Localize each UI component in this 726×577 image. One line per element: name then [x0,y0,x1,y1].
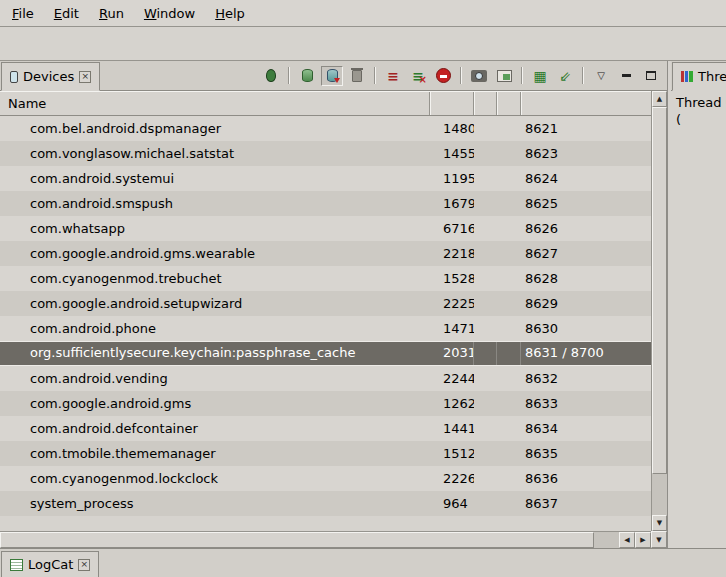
table-row[interactable]: com.google.android.gms.wearable 22185 86… [0,241,651,266]
arrow-up-icon: ▲ [657,95,662,103]
tab-devices[interactable]: Devices × [1,62,100,91]
menu-file[interactable]: File [2,2,44,25]
horizontal-scroll-thumb[interactable] [0,532,594,548]
table-row[interactable]: com.android.systemui 1195 8624 [0,166,651,191]
process-pid: 22265 [430,466,474,491]
tab-logcat[interactable]: LogCat × [1,551,99,577]
cell-empty [497,342,521,365]
cause-gc-icon[interactable] [346,66,368,86]
threads-glyph: ≡ [387,69,399,83]
toolbar-separator [582,67,584,84]
table-row[interactable]: com.android.defcontainer 14411 8634 [0,416,651,441]
process-name: com.tmobile.thememanager [0,441,430,466]
menu-help[interactable]: Help [205,2,255,25]
process-pid: 22185 [430,241,474,266]
process-port: 8623 [521,141,651,166]
menu-edit[interactable]: Edit [44,2,89,25]
process-table-main: Name com.bel.android.dspmanager 1480 862… [0,91,651,531]
cell-empty [497,191,521,216]
tab-devices-label: Devices [23,69,74,84]
scroll-right-button[interactable]: ▶ [635,532,651,548]
minimize-icon[interactable] [615,66,637,86]
threads-view: Threa Thread up ( [671,61,726,548]
process-port: 8630 [521,316,651,341]
table-row[interactable]: com.bel.android.dspmanager 1480 8621 [0,116,651,141]
column-name[interactable]: Name [0,92,430,115]
process-name: com.android.defcontainer [0,416,430,441]
table-row[interactable]: com.android.phone 1471 8630 [0,316,651,341]
vertical-scroll-thumb[interactable] [652,107,667,474]
process-name: com.android.systemui [0,166,430,191]
table-row[interactable]: com.cyanogenmod.trebuchet 1528 8628 [0,266,651,291]
close-tab-icon[interactable]: × [78,559,90,571]
threads-message-line2: ( [676,111,721,128]
table-row[interactable]: com.android.smspush 1679 8625 [0,191,651,216]
process-pid: 1528 [430,266,474,291]
column-4[interactable] [497,92,521,115]
table-row[interactable]: com.google.android.setupwizard 22250 862… [0,291,651,316]
horizontal-scroll-track[interactable] [0,532,619,548]
screen-record-icon[interactable] [493,66,515,86]
process-port: 8635 [521,441,651,466]
arrow-right-icon: ▶ [640,536,645,544]
dump-view-hierarchy-icon[interactable]: ▦ [529,66,551,86]
threads-message: Thread up ( [671,91,726,131]
table-row[interactable]: com.cyanogenmod.lockclock 22265 8636 [0,466,651,491]
cell-empty [497,316,521,341]
update-heap-icon[interactable] [296,66,318,86]
table-row[interactable]: com.tmobile.thememanager 1512 8635 [0,441,651,466]
scroll-up-button[interactable]: ▲ [652,91,667,107]
tab-threads[interactable]: Threa [672,62,726,91]
scrollbar-corner[interactable]: ▼ [651,531,667,548]
minimize-glyph [622,74,631,77]
column-port[interactable] [521,92,651,115]
cell-empty [474,416,497,441]
view-menu-icon[interactable]: ▽ [590,66,612,86]
bug-glyph [266,69,276,82]
grid-glyph: ▦ [533,69,546,83]
cell-empty [474,342,497,365]
column-3[interactable] [474,92,497,115]
arrow-down-icon: ▼ [656,536,661,544]
process-pid: 6716 [430,216,474,241]
column-pid[interactable] [430,92,474,115]
process-name: com.google.android.gms [0,391,430,416]
menu-run[interactable]: Run [89,2,134,25]
cell-empty [497,416,521,441]
cell-empty [474,266,497,291]
process-pid: 1679 [430,191,474,216]
table-row[interactable]: com.vonglasow.michael.satstat 14553 8623 [0,141,651,166]
process-name: com.vonglasow.michael.satstat [0,141,430,166]
cell-empty [474,466,497,491]
dump-hprof-icon[interactable] [321,66,343,86]
table-row[interactable]: com.google.android.gms 12623 8633 [0,391,651,416]
process-name: com.google.android.gms.wearable [0,241,430,266]
capture-systemui-icon[interactable]: ⇙ [554,66,576,86]
maximize-icon[interactable] [640,66,662,86]
toolbar-separator [460,67,462,84]
cell-empty [474,366,497,391]
debug-process-icon[interactable] [260,66,282,86]
table-row-selected[interactable]: org.sufficientlysecure.keychain:passphra… [0,341,651,366]
cell-empty [497,391,521,416]
horizontal-scrollbar[interactable]: ◀ ▶ [0,531,651,548]
close-tab-icon[interactable]: × [79,71,91,83]
table-row[interactable]: com.android.vending 22440 8632 [0,366,651,391]
process-pid: 1480 [430,116,474,141]
vertical-scroll-track[interactable] [652,107,667,515]
table-row[interactable]: com.whatsapp 6716 8626 [0,216,651,241]
scroll-left-button[interactable]: ◀ [619,532,635,548]
process-name: com.android.smspush [0,191,430,216]
stop-process-icon[interactable] [432,66,454,86]
cell-empty [474,216,497,241]
process-name: org.sufficientlysecure.keychain:passphra… [0,342,430,365]
scroll-down-button[interactable]: ▼ [652,515,667,531]
start-method-profiling-icon[interactable]: ≡× [407,66,429,86]
devices-toolbar: ≡ ≡× ▦ ⇙ ▽ [260,66,667,86]
table-row[interactable]: system_process 964 8637 [0,491,651,516]
process-pid: 20311 [430,342,474,365]
vertical-scrollbar[interactable]: ▲ ▼ [651,91,667,531]
menu-window[interactable]: Window [134,2,205,25]
update-threads-icon[interactable]: ≡ [382,66,404,86]
screen-capture-icon[interactable] [468,66,490,86]
